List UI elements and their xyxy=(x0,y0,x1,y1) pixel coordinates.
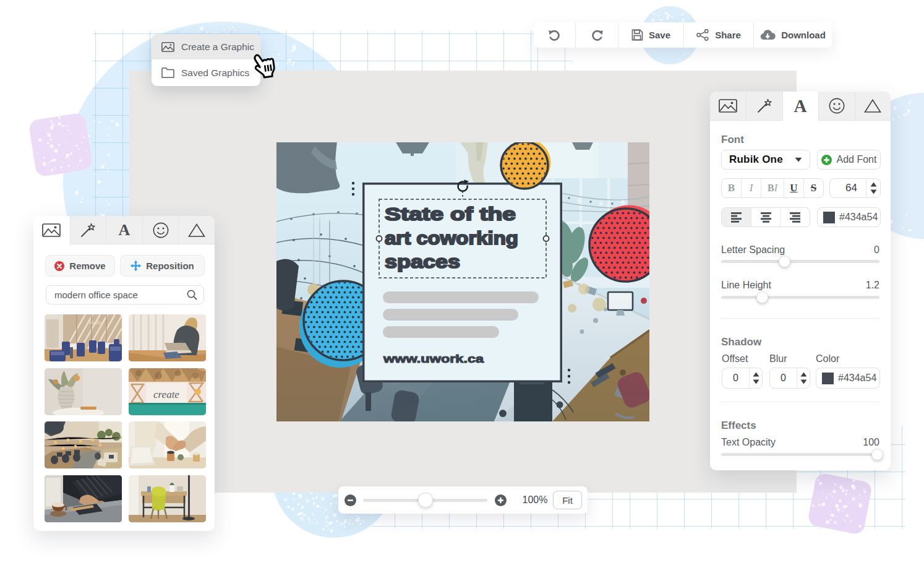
svg-text:art coworking: art coworking xyxy=(385,228,518,248)
svg-text:A: A xyxy=(119,222,130,238)
svg-text:A: A xyxy=(794,98,807,115)
svg-text:create: create xyxy=(153,389,179,400)
svg-text:State of the: State of the xyxy=(385,204,516,224)
svg-text:www.uwork.ca: www.uwork.ca xyxy=(383,352,484,365)
svg-text:spaces: spaces xyxy=(385,251,460,272)
svg-text:Hello: Hello xyxy=(88,319,101,326)
